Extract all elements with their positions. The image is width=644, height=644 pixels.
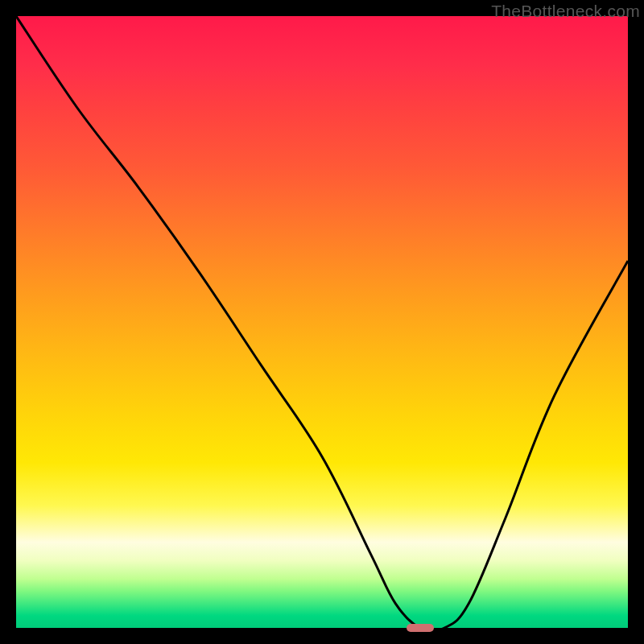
chart-container: TheBottleneck.com (0, 0, 644, 644)
watermark-label: TheBottleneck.com (491, 2, 640, 21)
optimum-marker (407, 624, 434, 633)
plot-area (16, 16, 628, 628)
